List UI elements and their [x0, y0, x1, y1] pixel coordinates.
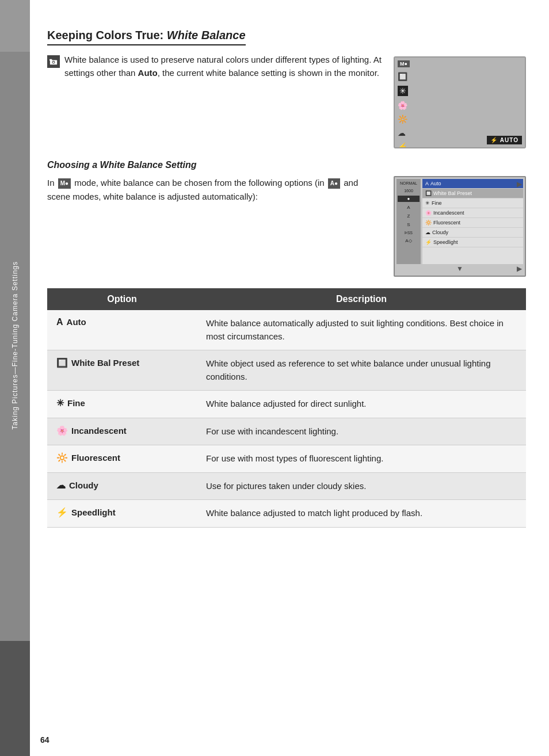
intro-section: White balance is used to preserve natura…: [47, 54, 526, 148]
table-option-cell: 🔲White Bal Preset: [47, 350, 197, 391]
table-row: AAutoWhite balance automatically adjuste…: [47, 310, 526, 350]
menu-arrow-down: ▼: [456, 265, 463, 273]
menu-label-auto: Auto: [430, 181, 441, 186]
option-icon: 🔲: [56, 358, 68, 368]
table-option-cell: 🔆Fluorescent: [47, 445, 197, 473]
menu-icon-wbpreset: 🔲: [425, 190, 432, 196]
menu-item-incandescent: 🌸 Incandescent: [422, 208, 523, 218]
menu-icon-cloudy: ☁: [425, 230, 430, 235]
option-icon: 🔆: [56, 453, 68, 463]
option-icon: ☁: [56, 480, 66, 490]
sidebar-top-bar: [0, 0, 30, 52]
choosing-text1: In: [47, 178, 57, 188]
table-desc-cell: White balance adjusted to match light pr…: [197, 500, 526, 528]
camera-icon-box: [47, 55, 60, 68]
table-header-description: Description: [197, 288, 526, 310]
monitor-inner: M● 🔲 ✳ 🌸 🔆 ☁ ⚡ ⚡ AUTO: [395, 58, 525, 147]
menu-left-a: A: [398, 204, 420, 211]
sidebar-dark-bar: [0, 641, 30, 756]
menu-display: NORMAL 1600 ● A Z S ÞSS A◇ A Auto: [394, 176, 526, 277]
table-header-row: Option Description: [47, 288, 526, 310]
table-option-cell: ☁Cloudy: [47, 472, 197, 500]
menu-item-auto: A Auto: [422, 179, 523, 189]
mode-a-icon: A●: [328, 178, 340, 189]
camera-icon: [49, 58, 58, 66]
table-desc-cell: For use with incandescent lighting.: [197, 418, 526, 445]
menu-icon-fluorescent: 🔆: [425, 220, 432, 226]
menu-icon-speedlight: ⚡: [425, 239, 432, 245]
menu-item-fluorescent: 🔆 Fluorescent: [422, 218, 523, 228]
menu-inner: NORMAL 1600 ● A Z S ÞSS A◇ A Auto: [395, 177, 525, 276]
option-icon: ⚡: [56, 507, 68, 517]
choosing-section: In M● mode, white balance can be chosen …: [47, 176, 526, 277]
option-icon: ✳: [56, 398, 64, 408]
menu-label-wbpreset: White Bal Preset: [433, 190, 472, 196]
option-label: Speedlight: [71, 507, 116, 517]
option-icon: 🌸: [56, 426, 68, 436]
monitor-icon-cloud: 🌸: [398, 101, 408, 110]
menu-left-s: S: [398, 222, 420, 228]
table-desc-cell: White balance automatically adjusted to …: [197, 310, 526, 350]
menu-label-cloudy: Cloudy: [432, 230, 448, 235]
menu-item-speedlight: ⚡ Speedlight: [422, 238, 523, 247]
option-label: White Bal Preset: [71, 358, 139, 368]
menu-label-incandescent: Incandescent: [433, 210, 464, 216]
sidebar: Taking Pictures—Fine-Tuning Camera Setti…: [0, 0, 30, 756]
option-label: Cloudy: [69, 480, 98, 490]
table-desc-cell: White balance adjusted for direct sunlig…: [197, 391, 526, 418]
table-row: ☁CloudyUse for pictures taken under clou…: [47, 472, 526, 500]
option-icon: A: [56, 317, 63, 327]
monitor-display: M● 🔲 ✳ 🌸 🔆 ☁ ⚡ ⚡ AUTO: [394, 56, 526, 148]
menu-item-fine: ✳ Fine: [422, 198, 523, 208]
svg-rect-1: [49, 59, 52, 61]
menu-right-col: A Auto 🔲 White Bal Preset ✳ Fine 🌸 Incan…: [422, 179, 523, 264]
wb-table: Option Description AAutoWhite balance au…: [47, 288, 526, 528]
option-label: Fine: [67, 398, 85, 408]
monitor-icon-wb: 🔲: [398, 72, 408, 81]
title-area: Keeping Colors True: White Balance: [47, 17, 526, 54]
monitor-icon-cloudy: ☁: [398, 128, 408, 138]
sidebar-text-area: Taking Pictures—Fine-Tuning Camera Setti…: [0, 86, 30, 604]
monitor-flash-label: ⚡ AUTO: [490, 137, 518, 143]
menu-icon-fine: ✳: [425, 200, 430, 206]
table-row: ✳FineWhite balance adjusted for direct s…: [47, 391, 526, 418]
intro-text: White balance is used to preserve natura…: [64, 54, 382, 79]
option-label: Incandescent: [71, 426, 127, 436]
monitor-icon-fluor: 🔆: [398, 114, 408, 124]
menu-left-bss: ÞSS: [398, 230, 420, 235]
table-desc-cell: White object used as reference to set wh…: [197, 350, 526, 391]
menu-left-bullet: ●: [398, 196, 420, 202]
table-row: 🔆FluorescentFor use with most types of f…: [47, 445, 526, 473]
menu-arrow-right-bottom: ▶: [517, 265, 522, 273]
intro-bold: Auto: [138, 68, 158, 78]
table-desc-cell: For use with most types of fluorescent l…: [197, 445, 526, 473]
menu-icon-incandescent: 🌸: [425, 210, 432, 216]
intro-text2: , the current white balance setting is s…: [158, 68, 379, 78]
choosing-text2: mode, white balance can be chosen from t…: [74, 178, 327, 188]
table-row: ⚡SpeedlightWhite balance adjusted to mat…: [47, 500, 526, 528]
sidebar-label: Taking Pictures—Fine-Tuning Camera Setti…: [11, 261, 19, 430]
option-label: Auto: [67, 317, 86, 327]
table-row: 🌸IncandescentFor use with incandescent l…: [47, 418, 526, 445]
menu-left-z: Z: [398, 213, 420, 219]
menu-left-normal: NORMAL: [398, 181, 420, 186]
table-option-cell: AAuto: [47, 310, 197, 350]
menu-label-fluorescent: Fluorescent: [433, 220, 460, 226]
monitor-icon-flash: ⚡: [398, 142, 408, 148]
option-label: Fluorescent: [71, 453, 120, 463]
choosing-text: In M● mode, white balance can be chosen …: [47, 176, 382, 277]
title-italic: White Balance: [167, 29, 246, 41]
svg-point-3: [53, 62, 55, 63]
table-row: 🔲White Bal PresetWhite object used as re…: [47, 350, 526, 391]
menu-label-speedlight: Speedlight: [433, 239, 458, 245]
menu-arrow-right: ▶: [517, 180, 522, 188]
monitor-icons: 🔲 ✳ 🌸 🔆 ☁ ⚡: [398, 72, 408, 148]
menu-left-adiamond: A◇: [398, 238, 420, 244]
table-option-cell: 🌸Incandescent: [47, 418, 197, 445]
main-content: Keeping Colors True: White Balance White…: [30, 0, 549, 756]
monitor-mode: M●: [398, 60, 410, 67]
table-desc-cell: Use for pictures taken under cloudy skie…: [197, 472, 526, 500]
monitor-bottom-bar: ⚡ AUTO: [487, 136, 522, 144]
menu-left-col: NORMAL 1600 ● A Z S ÞSS A◇: [396, 179, 421, 264]
table-option-cell: ✳Fine: [47, 391, 197, 418]
